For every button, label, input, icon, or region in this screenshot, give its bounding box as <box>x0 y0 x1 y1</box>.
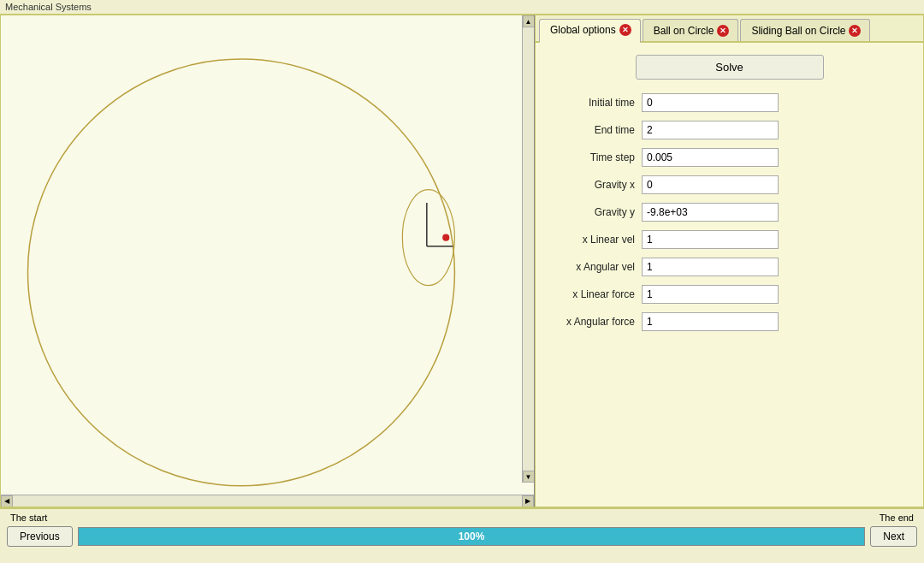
field-row-initial-time: Initial time <box>548 92 911 114</box>
input-initial-time[interactable] <box>642 93 779 112</box>
label-x-linear-vel: x Linear vel <box>548 234 642 246</box>
canvas-panel: ▲ ▼ <box>0 15 535 507</box>
tab-ball[interactable]: Ball on Circle ✕ <box>643 19 739 41</box>
solve-button[interactable]: Solve <box>636 55 824 80</box>
field-row-end-time: End time <box>548 119 911 141</box>
bottom-bar: The start The end Previous 100% Next <box>0 507 924 560</box>
canvas-scroll-area: ▲ ▼ <box>1 15 534 495</box>
canvas-svg <box>1 15 534 495</box>
start-label: The start <box>10 513 47 523</box>
canvas-scrollbar-right: ▲ ▼ <box>522 15 534 483</box>
label-gravity-x: Gravity x <box>548 179 642 191</box>
field-row-gravity-x: Gravity x <box>548 174 911 196</box>
tabs-bar: Global options ✕ Ball on Circle ✕ Slidin… <box>536 15 923 43</box>
field-row-time-step: Time step <box>548 146 911 169</box>
field-row-gravity-y: Gravity y <box>548 201 911 223</box>
progress-text: 100% <box>459 530 485 542</box>
tab-sliding[interactable]: Sliding Ball on Circle ✕ <box>740 19 870 41</box>
tab-ball-close[interactable]: ✕ <box>717 25 729 37</box>
input-end-time[interactable] <box>642 121 779 139</box>
canvas-scrollbar-bottom: ◀ ▶ <box>1 495 534 507</box>
field-row-x-linear-vel: x Linear vel <box>548 228 911 251</box>
window-title: Mechanical Systems <box>5 2 92 12</box>
input-x-linear-force[interactable] <box>642 285 779 304</box>
bottom-labels: The start The end <box>7 513 917 523</box>
label-x-linear-force: x Linear force <box>548 288 642 300</box>
field-row-x-angular-force: x Angular force <box>548 311 911 333</box>
field-row-x-linear-force: x Linear force <box>548 283 911 305</box>
scroll-up-arrow[interactable]: ▲ <box>523 15 535 27</box>
svg-point-5 <box>442 234 449 241</box>
tab-global-close[interactable]: ✕ <box>619 24 631 36</box>
next-button[interactable]: Next <box>870 526 917 547</box>
input-x-linear-vel[interactable] <box>642 230 779 249</box>
end-label: The end <box>880 513 914 523</box>
previous-button[interactable]: Previous <box>7 526 73 547</box>
label-end-time: End time <box>548 124 642 136</box>
scroll-track-h <box>13 495 522 507</box>
input-gravity-y[interactable] <box>642 203 779 222</box>
progress-bar-fill: 100% <box>79 528 865 545</box>
bottom-controls: Previous 100% Next <box>7 526 917 547</box>
label-x-angular-force: x Angular force <box>548 316 642 328</box>
label-gravity-y: Gravity y <box>548 206 642 218</box>
progress-bar-container[interactable]: 100% <box>78 527 866 546</box>
tab-sliding-label: Sliding Ball on Circle <box>751 25 845 37</box>
main-container: ▲ ▼ <box>0 15 924 560</box>
tab-global[interactable]: Global options ✕ <box>539 19 641 43</box>
scroll-down-arrow[interactable]: ▼ <box>523 471 535 483</box>
input-time-step[interactable] <box>642 148 779 167</box>
input-x-angular-force[interactable] <box>642 312 779 331</box>
content-area: ▲ ▼ <box>0 15 924 507</box>
scroll-left-arrow[interactable]: ◀ <box>1 495 13 507</box>
label-time-step: Time step <box>548 151 642 163</box>
field-row-x-angular-vel: x Angular vel <box>548 256 911 278</box>
panel-content: Solve Initial time End time Time step Gr… <box>536 43 923 507</box>
tab-global-label: Global options <box>550 24 616 36</box>
label-x-angular-vel: x Angular vel <box>548 261 642 273</box>
right-panel: Global options ✕ Ball on Circle ✕ Slidin… <box>535 15 924 507</box>
tab-sliding-close[interactable]: ✕ <box>849 25 861 37</box>
input-x-angular-vel[interactable] <box>642 258 779 276</box>
title-bar: Mechanical Systems <box>0 0 924 15</box>
scroll-right-arrow[interactable]: ▶ <box>522 495 534 507</box>
tab-ball-label: Ball on Circle <box>654 25 714 37</box>
label-initial-time: Initial time <box>548 97 642 109</box>
input-gravity-x[interactable] <box>642 175 779 194</box>
